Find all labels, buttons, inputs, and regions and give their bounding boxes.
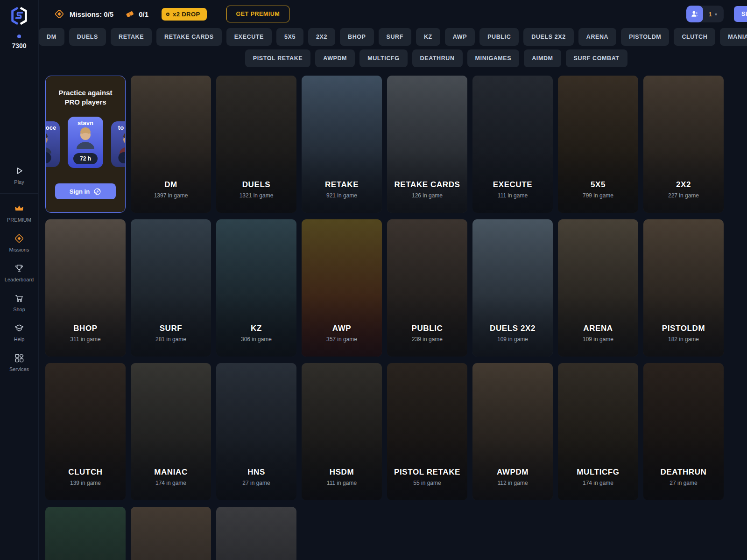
player-count-selector[interactable]: 1 ▾: [686, 6, 724, 22]
filter-chip-awp[interactable]: AWP: [445, 28, 475, 46]
filter-chip-surf-combat[interactable]: SURF COMBAT: [566, 49, 627, 67]
mode-label: PISTOL RETAKE: [387, 468, 467, 477]
mode-label: RETAKE CARDS: [387, 180, 467, 189]
filter-chip-kz[interactable]: KZ: [416, 28, 440, 46]
filter-chip-pistol-retake[interactable]: PISTOL RETAKE: [245, 49, 310, 67]
get-premium-button[interactable]: GET PREMIUM: [226, 6, 290, 22]
promo-sign-in-label: Sign in: [70, 188, 90, 195]
mode-player-count: 126 in game: [387, 192, 467, 199]
filter-chip-pistoldm[interactable]: PISTOLDM: [621, 28, 669, 46]
mode-player-count: 27 in game: [216, 480, 296, 486]
mode-card-5x5[interactable]: 5X5799 in game: [558, 76, 638, 213]
mode-card-awpdm[interactable]: AWPDM112 in game: [472, 363, 553, 500]
mode-card-pistol-retake[interactable]: PISTOL RETAKE55 in game: [387, 363, 467, 500]
sidebar-item-services[interactable]: Services: [0, 348, 38, 378]
x2-drop-badge[interactable]: x2 DROP: [162, 8, 206, 21]
coupons-label: 0/1: [139, 10, 148, 18]
mode-card-retake-cards[interactable]: RETAKE CARDS126 in game: [387, 76, 467, 213]
pro-name: to: [118, 124, 124, 131]
crown-icon: [14, 203, 25, 214]
pro-avatar: [73, 127, 98, 149]
pro-avatar: [116, 132, 126, 154]
filter-chip-duels-2x2[interactable]: DUELS 2X2: [523, 28, 573, 46]
cart-icon: [14, 293, 25, 304]
sidebar-item-leaderboard[interactable]: Leaderboard: [0, 258, 38, 288]
mode-card-partial[interactable]: [131, 507, 211, 560]
promo-sign-in-button[interactable]: Sign in: [55, 183, 116, 199]
mode-player-count: 174 in game: [558, 480, 638, 486]
mode-card-hsdm[interactable]: HSDM111 in game: [302, 363, 382, 500]
mode-label: PUBLIC: [387, 324, 467, 333]
filter-chip-maniac[interactable]: MANIAC: [720, 28, 747, 46]
mode-card-hns[interactable]: HNS27 in game: [216, 363, 296, 500]
chevron-down-icon: ▾: [715, 12, 717, 17]
sign-in-steam-button[interactable]: SIGN IN WITH STEAM: [734, 6, 747, 22]
mode-card-duels[interactable]: DUELS1321 in game: [216, 76, 296, 213]
mode-label: MULTICFG: [558, 468, 638, 477]
filter-chip-awpdm[interactable]: AWPDM: [315, 49, 355, 67]
mode-card-retake[interactable]: RETAKE921 in game: [302, 76, 382, 213]
filter-chip-minigames[interactable]: MINIGAMES: [467, 49, 520, 67]
sidebar-item-premium[interactable]: PREMIUM: [0, 198, 38, 228]
sidebar-item-shop[interactable]: Shop: [0, 288, 38, 318]
mode-card-multicfg[interactable]: MULTICFG174 in game: [558, 363, 638, 500]
mode-player-count: 55 in game: [387, 480, 467, 486]
coupons-progress[interactable]: 0/1: [125, 9, 148, 19]
filter-chip-retake-cards[interactable]: RETAKE CARDS: [156, 28, 222, 46]
mode-card-partial[interactable]: [216, 507, 296, 560]
mode-player-count: 112 in game: [472, 480, 553, 486]
missions-progress[interactable]: Missions: 0/5: [54, 8, 113, 20]
mode-card-maniac[interactable]: MANIAC174 in game: [131, 363, 211, 500]
diamond-icon: [14, 233, 25, 244]
promo-card-practice-pro[interactable]: Practice against PRO players doce ч stav…: [45, 76, 126, 213]
pro-hours-badge: ч: [45, 152, 51, 163]
mode-player-count: 306 in game: [216, 336, 296, 343]
filter-chip-public[interactable]: PUBLIC: [479, 28, 519, 46]
mode-card-clutch[interactable]: CLUTCH139 in game: [45, 363, 126, 500]
mode-card-public[interactable]: PUBLIC239 in game: [387, 219, 467, 357]
mode-card-pistoldm[interactable]: PISTOLDM182 in game: [643, 219, 724, 357]
sidebar-item-help[interactable]: Help: [0, 318, 38, 348]
filter-chip-dm[interactable]: DM: [39, 28, 64, 46]
main-content: Missions: 0/5 0/1 x2 DROP GET PREMIUM: [39, 0, 747, 560]
filter-chip-aimdm[interactable]: AIMDM: [524, 49, 561, 67]
filter-chip-5x5[interactable]: 5X5: [276, 28, 303, 46]
sidebar-item-missions[interactable]: Missions: [0, 228, 38, 258]
mode-card-kz[interactable]: KZ306 in game: [216, 219, 296, 357]
mode-player-count: 1321 in game: [216, 192, 296, 199]
mode-label: ARENA: [558, 324, 638, 333]
filter-chip-surf[interactable]: SURF: [379, 28, 411, 46]
filter-chip-clutch[interactable]: CLUTCH: [674, 28, 715, 46]
mode-label: DEATHRUN: [643, 468, 724, 477]
filter-chip-deathrun[interactable]: DEATHRUN: [412, 49, 463, 67]
mode-card-2x2[interactable]: 2X2227 in game: [643, 76, 724, 213]
filter-chip-bhop[interactable]: BHOP: [340, 28, 374, 46]
tag-dot-icon: [166, 13, 169, 16]
mode-card-execute[interactable]: EXECUTE111 in game: [472, 76, 553, 213]
topbar: Missions: 0/5 0/1 x2 DROP GET PREMIUM: [39, 0, 747, 28]
missions-label: Missions: 0/5: [70, 10, 113, 18]
filter-chip-arena[interactable]: ARENA: [578, 28, 616, 46]
mode-card-awp[interactable]: AWP357 in game: [302, 219, 382, 357]
mode-label: PISTOLDM: [643, 324, 724, 333]
filter-chip-duels[interactable]: DUELS: [69, 28, 106, 46]
players-icon: [686, 6, 703, 22]
mode-card-arena[interactable]: ARENA109 in game: [558, 219, 638, 357]
mode-card-bhop[interactable]: BHOP311 in game: [45, 219, 126, 357]
mode-card-partial[interactable]: [45, 507, 126, 560]
filter-chip-multicfg[interactable]: MULTICFG: [359, 49, 407, 67]
sidebar-item-label: Help: [14, 336, 25, 342]
mode-label: MANIAC: [131, 468, 211, 477]
filter-chip-2x2[interactable]: 2X2: [308, 28, 335, 46]
sidebar-item-label: Missions: [9, 247, 29, 252]
mode-label: HSDM: [302, 468, 382, 477]
mode-card-deathrun[interactable]: DEATHRUN27 in game: [643, 363, 724, 500]
filter-chip-execute[interactable]: EXECUTE: [226, 28, 272, 46]
mode-card-surf[interactable]: SURF281 in game: [131, 219, 211, 357]
mode-card-duels-2x2[interactable]: DUELS 2X2109 in game: [472, 219, 553, 357]
filter-chip-retake[interactable]: RETAKE: [111, 28, 152, 46]
drop-badge-label: x2 DROP: [173, 11, 200, 18]
mode-card-dm[interactable]: DM1397 in game: [131, 76, 211, 213]
sidebar-item-play[interactable]: Play: [0, 161, 38, 190]
app-logo-icon[interactable]: [8, 6, 30, 27]
